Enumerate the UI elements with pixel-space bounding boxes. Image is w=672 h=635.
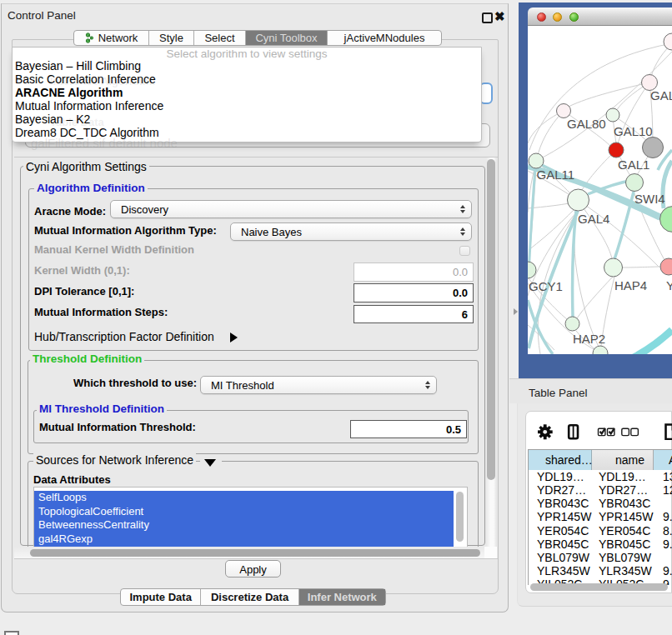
svg-text:GCY1: GCY1 xyxy=(529,279,563,293)
svg-text:HAP2: HAP2 xyxy=(573,332,605,346)
svg-text:GAL10: GAL10 xyxy=(614,124,653,138)
svg-text:SWI4: SWI4 xyxy=(634,192,665,206)
svg-text:GAL1: GAL1 xyxy=(650,88,672,102)
svg-text:GAL1: GAL1 xyxy=(618,158,649,172)
svg-text:GAL11: GAL11 xyxy=(537,168,575,182)
svg-text:GAL80: GAL80 xyxy=(567,117,606,131)
svg-text:GAL4: GAL4 xyxy=(578,212,609,226)
svg-text:HAP4: HAP4 xyxy=(614,278,647,292)
svg-text:YJ: YJ xyxy=(666,278,672,292)
